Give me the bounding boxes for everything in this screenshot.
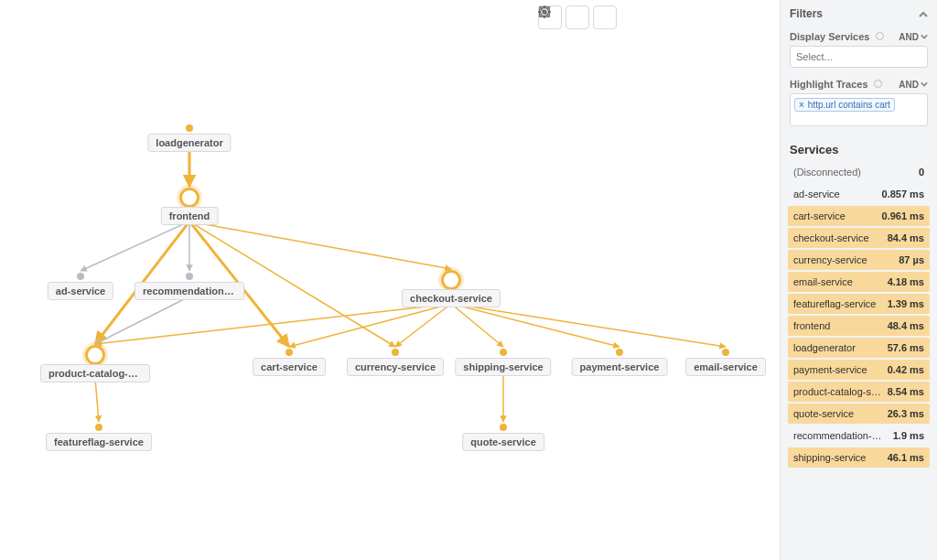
map-toolbar: [538, 5, 617, 29]
display-services-filter: Display Services AND: [781, 27, 937, 75]
service-latency: 26.3 ms: [888, 408, 924, 419]
svg-line-6: [189, 221, 451, 269]
service-row[interactable]: featureflag-service1.39 ms: [788, 294, 930, 314]
graph-node-marker[interactable]: [500, 349, 507, 356]
display-services-label: Display Services: [790, 31, 869, 42]
svg-line-7: [95, 296, 189, 344]
highlight-tag-text: http.url contains cart: [808, 100, 890, 110]
close-icon[interactable]: ×: [799, 100, 804, 110]
graph-node-marker[interactable]: [616, 349, 623, 356]
service-name: featureflag-service: [793, 298, 877, 309]
svg-line-9: [289, 304, 451, 347]
graph-node-marker[interactable]: [500, 424, 507, 431]
services-title: Services: [781, 134, 937, 162]
graph-node-marker[interactable]: [179, 188, 199, 208]
graph-node-label[interactable]: product-catalog-ser…: [40, 364, 150, 382]
graph-node-label[interactable]: ad-service: [48, 282, 113, 300]
settings-button[interactable]: [565, 5, 589, 29]
filters-title: Filters: [790, 7, 823, 20]
service-latency: 1.39 ms: [888, 298, 924, 309]
service-row[interactable]: frontend48.4 ms: [788, 316, 930, 336]
service-latency: 87 µs: [899, 254, 924, 265]
display-services-logic[interactable]: AND: [899, 32, 928, 42]
disconnected-row[interactable]: (Disconnected) 0: [788, 162, 930, 182]
svg-line-1: [81, 221, 189, 271]
service-row[interactable]: email-service4.18 ms: [788, 272, 930, 292]
service-name: email-service: [793, 276, 853, 287]
graph-node-marker[interactable]: [285, 349, 293, 356]
sidebar: Filters Display Services AND Highlight T…: [780, 0, 937, 560]
service-row[interactable]: cart-service0.961 ms: [788, 206, 930, 226]
svg-line-13: [451, 304, 726, 347]
service-latency: 57.6 ms: [888, 342, 924, 353]
service-name: cart-service: [793, 210, 845, 221]
chevron-down-icon: [921, 33, 928, 40]
service-row[interactable]: product-catalog-service8.54 ms: [788, 382, 930, 402]
service-name: checkout-service: [793, 232, 869, 243]
service-name: loadgenerator: [793, 342, 856, 353]
service-name: frontend: [793, 320, 830, 331]
service-row[interactable]: currency-service87 µs: [788, 250, 930, 270]
highlight-tag[interactable]: × http.url contains cart: [794, 98, 895, 112]
chevron-up-icon: [919, 9, 928, 18]
service-row[interactable]: shipping-service46.1 ms: [788, 447, 930, 468]
graph-node-marker[interactable]: [441, 270, 461, 290]
service-name: recommendation-service: [793, 430, 885, 441]
svg-line-12: [451, 304, 619, 347]
graph-node-label[interactable]: loadgenerator: [147, 134, 231, 152]
graph-node-label[interactable]: payment-service: [572, 358, 668, 376]
svg-line-10: [395, 304, 451, 347]
service-row[interactable]: loadgenerator57.6 ms: [788, 338, 930, 358]
service-latency: 4.18 ms: [888, 276, 924, 287]
highlight-traces-tagbox[interactable]: × http.url contains cart: [790, 93, 928, 126]
graph-node-marker[interactable]: [392, 349, 399, 356]
service-row[interactable]: checkout-service84.4 ms: [788, 228, 930, 248]
service-name: quote-service: [793, 408, 854, 419]
service-latency: 48.4 ms: [888, 320, 924, 331]
fit-screen-button[interactable]: [538, 5, 562, 29]
service-latency: 1.9 ms: [893, 430, 924, 441]
graph-edges: [0, 0, 780, 560]
graph-node-label[interactable]: currency-service: [347, 358, 444, 376]
graph-node-label[interactable]: featureflag-service: [46, 433, 152, 451]
service-row[interactable]: ad-service0.857 ms: [788, 184, 930, 204]
graph-node-marker[interactable]: [77, 273, 84, 280]
service-map-canvas[interactable]: loadgeneratorfrontendad-servicerecommend…: [0, 0, 780, 560]
graph-node-label[interactable]: checkout-service: [402, 289, 501, 307]
graph-node-label[interactable]: shipping-service: [455, 358, 551, 376]
graph-node-label[interactable]: email-service: [685, 358, 766, 376]
service-latency: 0.857 ms: [882, 188, 924, 199]
service-row[interactable]: recommendation-service1.9 ms: [788, 425, 930, 446]
filters-header[interactable]: Filters: [781, 0, 937, 27]
service-name: payment-service: [793, 364, 867, 375]
graph-node-label[interactable]: recommendation-serv…: [135, 282, 244, 300]
graph-node-marker[interactable]: [722, 349, 729, 356]
service-name: currency-service: [793, 254, 867, 265]
svg-line-14: [95, 379, 99, 422]
graph-node-marker[interactable]: [95, 424, 102, 431]
service-latency: 84.4 ms: [888, 232, 924, 243]
graph-node-label[interactable]: frontend: [161, 207, 219, 225]
highlight-traces-logic[interactable]: AND: [899, 80, 928, 90]
service-name: ad-service: [793, 188, 840, 199]
service-row[interactable]: quote-service26.3 ms: [788, 404, 930, 424]
graph-node-marker[interactable]: [186, 273, 193, 280]
info-icon[interactable]: [876, 32, 884, 40]
service-row[interactable]: payment-service0.42 ms: [788, 360, 930, 380]
graph-node-marker[interactable]: [186, 124, 193, 132]
services-list[interactable]: (Disconnected) 0 ad-service0.857 mscart-…: [781, 162, 937, 560]
svg-line-8: [95, 304, 451, 344]
highlight-traces-label: Highlight Traces: [790, 79, 868, 90]
service-name: shipping-service: [793, 452, 866, 463]
service-name: product-catalog-service: [793, 386, 885, 397]
highlight-traces-filter: Highlight Traces AND × http.url contains…: [781, 75, 937, 134]
chevron-down-icon: [921, 81, 928, 88]
graph-node-marker[interactable]: [85, 345, 105, 365]
service-latency: 0.42 ms: [888, 364, 924, 375]
recenter-button[interactable]: [593, 5, 617, 29]
display-services-input[interactable]: [790, 46, 928, 68]
graph-node-label[interactable]: cart-service: [253, 358, 326, 376]
graph-node-label[interactable]: quote-service: [462, 433, 544, 451]
info-icon[interactable]: [874, 80, 882, 88]
service-latency: 8.54 ms: [888, 386, 924, 397]
